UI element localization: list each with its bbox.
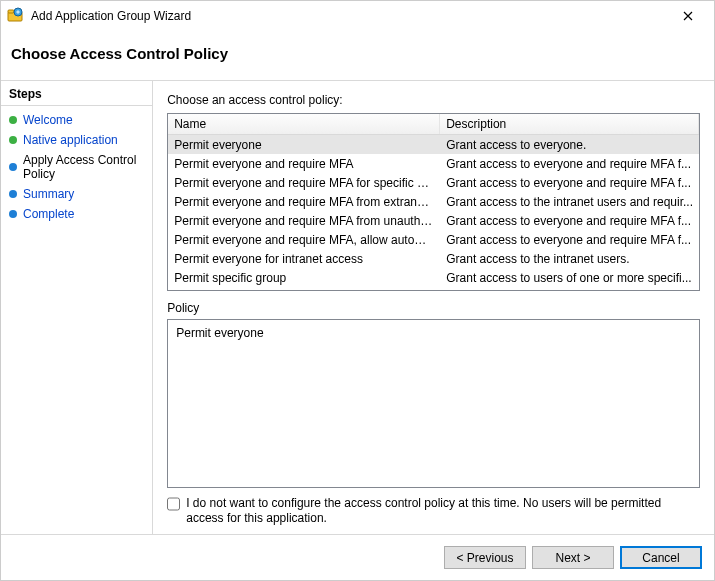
policy-row-name: Permit specific group [168, 268, 440, 288]
policy-row[interactable]: Permit everyone and require MFA from una… [168, 211, 699, 230]
next-button[interactable]: Next > [532, 546, 614, 569]
list-header: Name Description [168, 114, 699, 135]
step-bullet-icon [9, 210, 17, 218]
step-item[interactable]: Summary [1, 184, 152, 204]
policy-row-name: Permit everyone and require MFA [168, 154, 440, 174]
skip-policy-checkbox[interactable] [167, 497, 180, 511]
policy-row[interactable]: Permit specific groupGrant access to use… [168, 268, 699, 287]
step-label[interactable]: Welcome [23, 113, 73, 127]
policy-row-description: Grant access to the intranet users. [440, 249, 699, 269]
wizard-body: Steps WelcomeNative applicationApply Acc… [1, 80, 714, 534]
step-item[interactable]: Complete [1, 204, 152, 224]
choose-policy-label: Choose an access control policy: [167, 93, 700, 107]
policy-row-description: Grant access to everyone and require MFA… [440, 154, 699, 174]
policy-row-description: Grant access to the intranet users and r… [440, 192, 699, 212]
policy-row-description: Grant access to everyone and require MFA… [440, 230, 699, 250]
policy-row-name: Permit everyone for intranet access [168, 249, 440, 269]
steps-sidebar: Steps WelcomeNative applicationApply Acc… [1, 81, 153, 534]
step-item[interactable]: Welcome [1, 110, 152, 130]
step-bullet-icon [9, 136, 17, 144]
policy-row[interactable]: Permit everyone for intranet accessGrant… [168, 249, 699, 268]
wizard-window: Add Application Group Wizard Choose Acce… [0, 0, 715, 581]
titlebar: Add Application Group Wizard [1, 1, 714, 31]
column-header-name[interactable]: Name [168, 114, 440, 134]
page-title: Choose Access Control Policy [11, 45, 704, 62]
policy-row-name: Permit everyone and require MFA for spec… [168, 173, 440, 193]
policy-row-description: Grant access to everyone and require MFA… [440, 211, 699, 231]
policy-row[interactable]: Permit everyone and require MFA from ext… [168, 192, 699, 211]
close-button[interactable] [668, 2, 708, 30]
policy-row-name: Permit everyone and require MFA from ext… [168, 192, 440, 212]
step-label: Apply Access Control Policy [23, 153, 144, 181]
policy-row-description: Grant access to users of one or more spe… [440, 268, 699, 288]
policy-row[interactable]: Permit everyoneGrant access to everyone. [168, 135, 699, 154]
policy-preview: Permit everyone [167, 319, 700, 488]
skip-policy-label[interactable]: I do not want to configure the access co… [186, 496, 700, 526]
steps-header: Steps [1, 87, 152, 106]
policy-preview-text: Permit everyone [176, 326, 263, 340]
policy-row-name: Permit everyone [168, 135, 440, 155]
close-icon [683, 11, 693, 21]
step-item[interactable]: Native application [1, 130, 152, 150]
policy-row-name: Permit everyone and require MFA, allow a… [168, 230, 440, 250]
step-label[interactable]: Complete [23, 207, 74, 221]
policy-row-name: Permit everyone and require MFA from una… [168, 211, 440, 231]
policy-row-description: Grant access to everyone. [440, 135, 699, 155]
policy-row[interactable]: Permit everyone and require MFAGrant acc… [168, 154, 699, 173]
step-bullet-icon [9, 190, 17, 198]
column-header-description[interactable]: Description [440, 114, 699, 134]
cancel-button[interactable]: Cancel [620, 546, 702, 569]
policy-row[interactable]: Permit everyone and require MFA, allow a… [168, 230, 699, 249]
skip-policy-option: I do not want to configure the access co… [167, 496, 700, 526]
step-bullet-icon [9, 163, 17, 171]
window-title: Add Application Group Wizard [31, 9, 668, 23]
step-label[interactable]: Native application [23, 133, 118, 147]
policy-row[interactable]: Permit everyone and require MFA for spec… [168, 173, 699, 192]
step-label[interactable]: Summary [23, 187, 74, 201]
step-item: Apply Access Control Policy [1, 150, 152, 184]
main-pane: Choose an access control policy: Name De… [153, 81, 714, 534]
step-bullet-icon [9, 116, 17, 124]
wizard-footer: < Previous Next > Cancel [1, 534, 714, 580]
policy-label: Policy [167, 301, 700, 315]
previous-button[interactable]: < Previous [444, 546, 526, 569]
page-header: Choose Access Control Policy [1, 31, 714, 80]
policy-row-description: Grant access to everyone and require MFA… [440, 173, 699, 193]
svg-rect-1 [8, 10, 14, 13]
policy-list[interactable]: Name Description Permit everyoneGrant ac… [167, 113, 700, 291]
app-icon [7, 7, 25, 25]
